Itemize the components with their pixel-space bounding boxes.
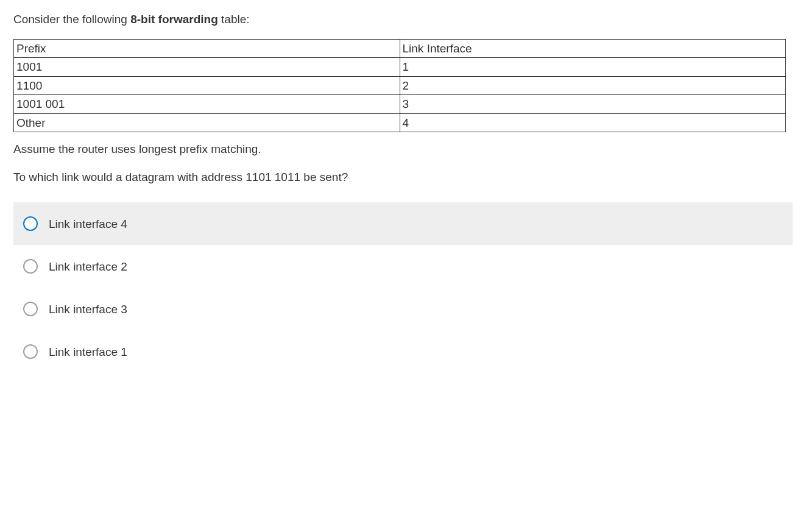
- header-prefix: Prefix: [14, 39, 400, 58]
- cell-prefix: 1001: [14, 58, 400, 77]
- answer-list: Link interface 4 Link interface 2 Link i…: [13, 202, 793, 373]
- answer-option-4[interactable]: Link interface 1: [13, 330, 793, 373]
- answer-label: Link interface 3: [49, 301, 127, 318]
- cell-link: 1: [400, 58, 786, 77]
- question-intro: Consider the following 8-bit forwarding …: [13, 11, 793, 28]
- cell-prefix: 1001 001: [14, 95, 400, 114]
- cell-prefix: 1100: [14, 76, 400, 95]
- cell-link: 3: [400, 95, 786, 114]
- intro-bold: 8-bit forwarding: [130, 13, 218, 26]
- radio-icon: [23, 216, 38, 231]
- answer-option-3[interactable]: Link interface 3: [13, 288, 793, 330]
- forwarding-table: Prefix Link Interface 1001 1 1100 2 1001…: [13, 39, 786, 133]
- cell-link: 4: [400, 113, 786, 132]
- cell-prefix: Other: [14, 113, 400, 132]
- table-header-row: Prefix Link Interface: [14, 39, 786, 58]
- radio-icon: [23, 259, 38, 274]
- answer-label: Link interface 2: [49, 258, 127, 275]
- table-row: 1001 1: [14, 58, 786, 77]
- table-row: 1001 001 3: [14, 95, 786, 114]
- question-line-3: To which link would a datagram with addr…: [13, 169, 793, 186]
- question-line-2: Assume the router uses longest prefix ma…: [13, 141, 793, 158]
- answer-option-2[interactable]: Link interface 2: [13, 245, 793, 288]
- table-row: Other 4: [14, 113, 786, 132]
- answer-option-1[interactable]: Link interface 4: [13, 202, 793, 245]
- table-row: 1100 2: [14, 76, 786, 95]
- radio-icon: [23, 302, 38, 316]
- answer-label: Link interface 1: [49, 344, 127, 361]
- question-stem: Consider the following 8-bit forwarding …: [13, 11, 793, 185]
- intro-pre: Consider the following: [13, 13, 130, 26]
- header-link-interface: Link Interface: [400, 39, 786, 58]
- cell-link: 2: [400, 76, 786, 95]
- answer-label: Link interface 4: [49, 216, 127, 233]
- radio-icon: [23, 344, 38, 359]
- intro-post: table:: [218, 13, 250, 26]
